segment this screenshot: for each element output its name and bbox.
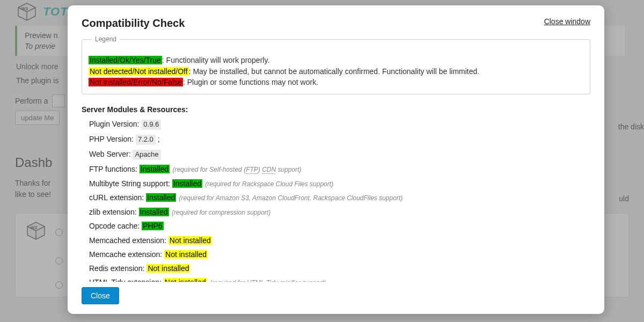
module-row: Plugin Version: 0.9.6 [89, 119, 587, 130]
module-row-value: Installed [139, 208, 169, 216]
module-row-label: Memcache extension: [89, 250, 164, 259]
module-row-value: Installed [172, 179, 202, 188]
module-row-value: Not installed [164, 278, 207, 282]
module-row-label: zlib extension: [89, 208, 139, 216]
close-button[interactable]: Close [82, 287, 119, 304]
module-row-value: Apache [133, 150, 160, 160]
module-row-hint: (required for Self-hosted (FTP) CDN supp… [171, 166, 301, 173]
module-row-value: Installed [146, 193, 176, 202]
module-row-value: Not installed [164, 250, 208, 259]
modules-scroll[interactable]: Plugin Version: 0.9.6PHP Version: 7.2.0 … [82, 119, 590, 282]
module-row-label: HTML Tidy extension: [89, 278, 164, 282]
module-row-label: FTP functions: [89, 165, 140, 173]
module-row-hint: (required for HTML Tidy minifier support… [208, 279, 326, 282]
module-row-value: 0.9.6 [141, 120, 161, 130]
modules-heading: Server Modules & Resources: [82, 105, 590, 114]
legend-row-yellow: Not detected/Not installed/Off: May be i… [89, 66, 583, 77]
module-row-label: Plugin Version: [89, 120, 141, 128]
module-row-value: Installed [140, 165, 170, 173]
module-row: zlib extension: Installed (required for … [89, 207, 587, 217]
legend-green-badge: Installed/Ok/Yes/True [89, 56, 162, 64]
module-row: Multibyte String support: Installed (req… [89, 179, 587, 189]
modal-title: Compatibility Check [82, 17, 185, 30]
module-row-label: Multibyte String support: [89, 179, 172, 188]
compatibility-check-modal: Compatibility Check Close window Legend … [68, 5, 604, 314]
module-row: Redis extension: Not installed [89, 264, 587, 273]
module-row: Memcache extension: Not installed [89, 250, 587, 259]
module-row-value: 7.2.0 [136, 135, 156, 145]
module-row-value: Not installed [147, 264, 190, 273]
module-row-label: Web Server: [89, 150, 133, 158]
module-row: Memcached extension: Not installed [89, 236, 587, 245]
legend-red-badge: Not installed/Error/No/False [89, 78, 183, 86]
module-row-label: Memcached extension: [89, 236, 169, 245]
legend-fieldset: Legend Installed/Ok/Yes/True: Functional… [82, 35, 590, 94]
legend-row-red: Not installed/Error/No/False: Plugin or … [89, 77, 583, 87]
module-row: Web Server: Apache [89, 149, 587, 160]
legend-label: Legend [92, 35, 120, 44]
close-window-link[interactable]: Close window [544, 17, 590, 26]
module-row-hint: (required for Amazon S3, Amazon CloudFro… [177, 194, 402, 202]
legend-row-green: Installed/Ok/Yes/True: Functionality wil… [89, 55, 583, 65]
module-row-hint: (required for Rackspace Cloud Files supp… [203, 180, 333, 188]
module-row-label: cURL extension: [89, 193, 146, 202]
legend-yellow-badge: Not detected/Not installed/Off [89, 67, 189, 76]
module-row-hint: (required for compression support) [170, 209, 270, 216]
module-row: PHP Version: 7.2.0 ; [89, 134, 587, 145]
module-row: FTP functions: Installed (required for S… [89, 164, 587, 174]
module-row-value: PHP6 [142, 222, 164, 230]
module-row: HTML Tidy extension: Not installed (requ… [89, 277, 587, 282]
module-row-label: Redis extension: [89, 264, 147, 273]
module-row: cURL extension: Installed (required for … [89, 193, 587, 203]
module-row-label: PHP Version: [89, 135, 136, 143]
module-row-value: Not installed [169, 236, 212, 245]
module-row: Opcode cache: PHP6 [89, 221, 587, 231]
module-row-label: Opcode cache: [89, 222, 142, 230]
